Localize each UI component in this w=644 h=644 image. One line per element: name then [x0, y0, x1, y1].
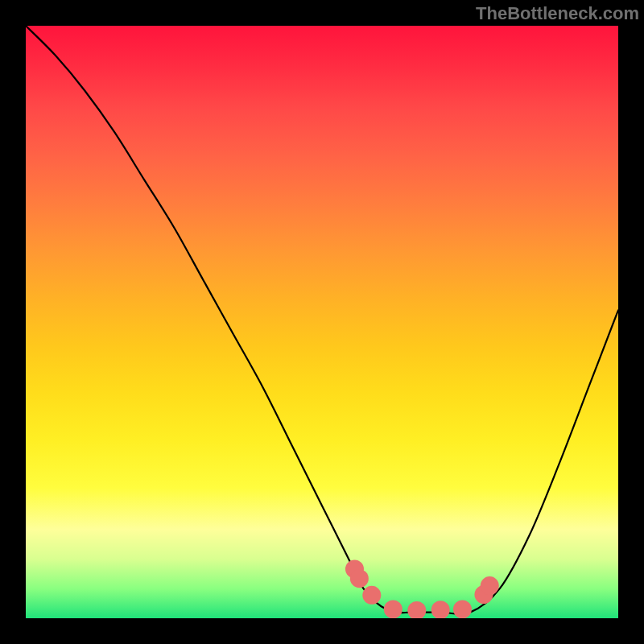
highlight-marker [407, 601, 426, 618]
highlight-marker [431, 601, 450, 618]
chart-plot-area [26, 26, 618, 618]
highlight-marker [481, 576, 499, 595]
highlight-marker [350, 569, 369, 588]
watermark-text: TheBottleneck.com [476, 3, 639, 24]
bottleneck-curve-line [26, 26, 618, 614]
highlight-marker [362, 586, 381, 605]
highlight-marker [384, 600, 402, 618]
highlight-marker [453, 600, 472, 618]
line-chart-svg [26, 26, 618, 618]
